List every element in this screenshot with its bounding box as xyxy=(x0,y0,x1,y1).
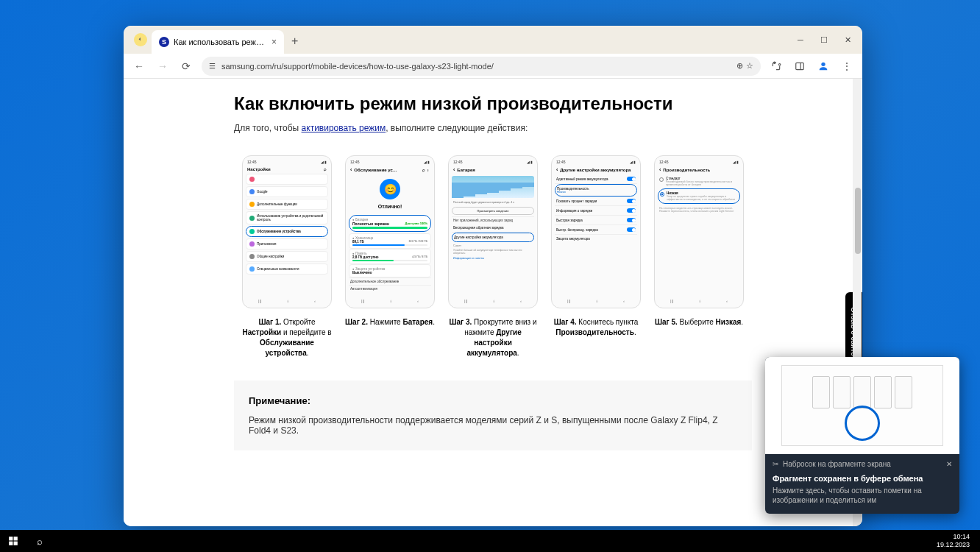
window-controls: ─ ☐ ✕ xyxy=(790,32,858,48)
close-window-button[interactable]: ✕ xyxy=(837,32,858,48)
svg-rect-8 xyxy=(14,542,18,545)
notification-app-name: Набросок на фрагменте экрана xyxy=(783,460,891,468)
reload-button[interactable]: ⟳ xyxy=(178,58,194,74)
step-5: 12:45◢ ▮ ‹Производительность СтандартРек… xyxy=(654,155,744,358)
note-text: Режим низкой производительности поддержи… xyxy=(249,415,737,436)
svg-point-4 xyxy=(821,62,825,66)
svg-rect-2 xyxy=(796,63,804,69)
svg-rect-5 xyxy=(9,537,13,540)
highlight-circle-icon xyxy=(845,406,880,441)
content-area: Как включить режим низкой производительн… xyxy=(124,79,862,526)
snip-notification[interactable]: ✂ Набросок на фрагменте экрана ✕ Фрагмен… xyxy=(765,357,959,514)
clock-date: 19.12.2023 xyxy=(937,541,970,549)
new-tab-button[interactable]: + xyxy=(284,35,305,48)
intro-text: Для того, чтобы активировать режим, выпо… xyxy=(234,123,752,133)
tab-group-marker[interactable] xyxy=(134,33,147,46)
url-text: samsung.com/ru/support/mobile-devices/ho… xyxy=(221,62,494,71)
system-tray[interactable]: 10:14 19.12.2023 xyxy=(937,533,980,549)
search-icon: ⌕ xyxy=(324,167,327,171)
phone-screenshot-4: 12:45◢ ▮ ‹Другие настройки аккумулятора … xyxy=(551,155,641,308)
search-button[interactable]: ⌕ xyxy=(26,530,53,552)
step-caption: Шаг 3. Прокрутите вниз и нажмите Другие … xyxy=(448,317,538,358)
step-caption: Шаг 1. Откройте Настройки и перейдите в … xyxy=(242,317,332,358)
step-caption: Шаг 2. Нажмите Батарея. xyxy=(345,317,435,328)
step-3: 12:45◢ ▮ ‹Батарея Полный заряд будет дер… xyxy=(448,155,538,358)
extensions-icon[interactable] xyxy=(768,58,784,74)
step-4: 12:45◢ ▮ ‹Другие настройки аккумулятора … xyxy=(551,155,641,358)
menu-icon[interactable]: ⋮ xyxy=(839,58,855,74)
back-button[interactable]: ← xyxy=(131,58,147,74)
tab-title: Как использовать режим низк xyxy=(174,38,267,46)
step-2: 12:45◢ ▮ ‹Обслуживание ус…⌕ ⋮ 😊 Отлично!… xyxy=(345,155,435,358)
notification-text: Нажмите здесь, чтобы оставить пометки на… xyxy=(773,486,952,505)
favicon-icon: S xyxy=(159,37,169,47)
phone-screenshot-5: 12:45◢ ▮ ‹Производительность СтандартРек… xyxy=(654,155,744,308)
profile-icon[interactable] xyxy=(815,58,831,74)
taskbar: ⌕ 10:14 19.12.2023 xyxy=(0,530,980,552)
start-button[interactable] xyxy=(0,530,26,552)
site-info-icon[interactable]: ☰ xyxy=(209,62,216,70)
side-panel-icon[interactable] xyxy=(792,58,808,74)
step-caption: Шаг 4. Коснитесь пункта Производительнос… xyxy=(551,317,641,338)
tab-strip: S Как использовать режим низк × + xyxy=(124,26,862,54)
minimize-button[interactable]: ─ xyxy=(790,32,811,48)
zoom-icon[interactable]: ⊕ xyxy=(736,61,743,71)
smiley-icon: 😊 xyxy=(380,179,400,199)
intro-link[interactable]: активировать режим xyxy=(302,123,386,133)
address-bar: ← → ⟳ ☰ samsung.com/ru/support/mobile-de… xyxy=(124,54,862,79)
page-heading: Как включить режим низкой производительн… xyxy=(234,93,752,114)
svg-rect-7 xyxy=(9,542,13,545)
phone-screenshot-1: 12:45◢ ▮ Настройки⌕ Google Дополнительны… xyxy=(242,155,332,308)
browser-tab[interactable]: S Как использовать режим низк × xyxy=(152,30,284,54)
note-title: Примечание: xyxy=(249,395,737,406)
svg-point-1 xyxy=(779,63,781,65)
notification-title: Фрагмент сохранен в буфере обмена xyxy=(773,474,952,483)
step-1: 12:45◢ ▮ Настройки⌕ Google Дополнительны… xyxy=(242,155,332,358)
clock-time: 10:14 xyxy=(937,533,970,541)
url-field[interactable]: ☰ samsung.com/ru/support/mobile-devices/… xyxy=(202,57,761,76)
scrollbar-thumb[interactable] xyxy=(855,188,861,254)
phone-screenshot-2: 12:45◢ ▮ ‹Обслуживание ус…⌕ ⋮ 😊 Отлично!… xyxy=(345,155,435,308)
step-caption: Шаг 5. Выберите Низкая. xyxy=(655,317,743,328)
svg-rect-6 xyxy=(14,537,18,540)
notification-preview xyxy=(765,357,959,454)
notification-close-icon[interactable]: ✕ xyxy=(946,460,952,468)
steps-row: 12:45◢ ▮ Настройки⌕ Google Дополнительны… xyxy=(234,155,752,358)
tab-close-icon[interactable]: × xyxy=(271,37,277,47)
snip-app-icon: ✂ xyxy=(773,460,778,468)
note-box: Примечание: Режим низкой производительно… xyxy=(234,381,752,450)
maximize-button[interactable]: ☐ xyxy=(814,32,834,48)
phone-screenshot-3: 12:45◢ ▮ ‹Батарея Полный заряд будет дер… xyxy=(448,155,538,308)
forward-button[interactable]: → xyxy=(155,58,171,74)
browser-window: S Как использовать режим низк × + ─ ☐ ✕ … xyxy=(124,26,862,526)
bookmark-icon[interactable]: ☆ xyxy=(746,61,753,71)
